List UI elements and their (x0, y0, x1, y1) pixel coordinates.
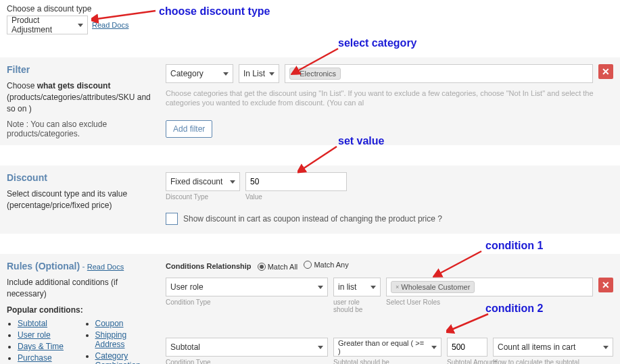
filter-helper: Choose categories that get the discount … (166, 88, 613, 108)
c2-amount-input[interactable] (447, 338, 487, 357)
c2-op-select[interactable]: Greater than or equal ( >= ) (333, 338, 442, 357)
c1-type-value: User role (170, 282, 204, 292)
c2-type-helper: Condition Type (166, 359, 328, 364)
filter-op-select[interactable]: In List (239, 64, 279, 83)
coupon-checkbox[interactable] (166, 213, 178, 225)
cond-days-time[interactable]: Days & Time (18, 342, 64, 351)
c1-op-helper: user role should be (333, 298, 381, 313)
discount-value-input[interactable] (245, 172, 347, 191)
remove-filter-button[interactable]: ✕ (598, 64, 613, 79)
discount-type-select2[interactable]: Fixed discount (166, 172, 240, 191)
c2-op-helper: Subtotal should be (333, 359, 442, 364)
discount-type-value: Product Adjustment (11, 16, 74, 34)
cond-purchase-history[interactable]: Purchase History (18, 353, 52, 364)
c2-op-value: Greater than or equal ( >= ) (338, 339, 427, 355)
add-filter-button[interactable]: Add filter (166, 120, 212, 138)
c1-op-select[interactable]: in list (333, 278, 381, 296)
rules-read-docs[interactable]: Read Docs (87, 263, 124, 271)
c1-remove-button[interactable]: ✕ (598, 278, 613, 292)
rules-desc: Include additional conditions (if necess… (7, 277, 156, 300)
c2-calc-helper: How to calculate the subtotal (493, 359, 613, 364)
cond-rel-label: Conditions Relationship (166, 262, 252, 270)
coupon-label: Show discount in cart as coupon instead … (183, 214, 442, 224)
popular-conditions-label: Popular conditions: (7, 305, 156, 315)
filter-value-tagbox[interactable]: Electronics (285, 64, 593, 83)
coupon-checkbox-wrap[interactable]: Show discount in cart as coupon instead … (166, 213, 442, 225)
c1-chip[interactable]: Wholesale Customer (391, 281, 475, 293)
filter-op-value: In List (243, 69, 265, 78)
read-docs-link[interactable]: Read Docs (92, 21, 128, 29)
c1-type-helper: Condition Type (166, 298, 328, 306)
c2-calc-select[interactable]: Count all items in cart (493, 338, 613, 357)
filter-type-value: Category (170, 69, 204, 78)
discount-type-label: Choose a discount type (7, 4, 128, 14)
discount-value-helper: Value (245, 193, 347, 201)
filter-note: Note : You can also exclude products/cat… (7, 120, 156, 138)
c2-type-select[interactable]: Subtotal (166, 338, 328, 357)
filter-desc: Choose what gets discount (products/cate… (7, 80, 156, 114)
c1-chip-helper: Select User Roles (386, 298, 593, 306)
c2-type-value: Subtotal (170, 342, 200, 352)
match-all-radio[interactable]: Match All (258, 263, 298, 271)
filter-title: Filter (7, 64, 156, 75)
c1-tagbox[interactable]: Wholesale Customer (386, 278, 593, 296)
discount-type-select[interactable]: Product Adjustment (7, 16, 88, 34)
discount-type-helper: Discount Type (166, 193, 240, 201)
discount-type-value2: Fixed discount (170, 177, 222, 186)
cond-coupon[interactable]: Coupon (95, 319, 124, 328)
conditions-list-b: Coupon Shipping Address Category Combina… (95, 319, 156, 364)
discount-desc: Select discount type and its value (perc… (7, 188, 156, 211)
conditions-list-a: Subtotal User role Days & Time Purchase … (18, 319, 64, 364)
c1-op-value: in list (338, 282, 356, 292)
match-any-radio[interactable]: Match Any (304, 261, 348, 269)
c2-calc-value: Count all items in cart (498, 342, 575, 352)
cond-subtotal[interactable]: Subtotal (18, 319, 47, 328)
cond-user-role[interactable]: User role (18, 330, 51, 340)
rules-title: Rules (Optional) (7, 261, 80, 271)
filter-type-select[interactable]: Category (166, 64, 233, 83)
c2-amount-helper: Subtotal Amount (447, 359, 487, 364)
filter-chip-electronics[interactable]: Electronics (289, 68, 341, 80)
cond-shipping[interactable]: Shipping Address (95, 330, 127, 349)
c1-type-select[interactable]: User role (166, 278, 328, 296)
discount-title: Discount (7, 172, 156, 183)
cond-category-comb[interactable]: Category Combination (95, 351, 141, 364)
